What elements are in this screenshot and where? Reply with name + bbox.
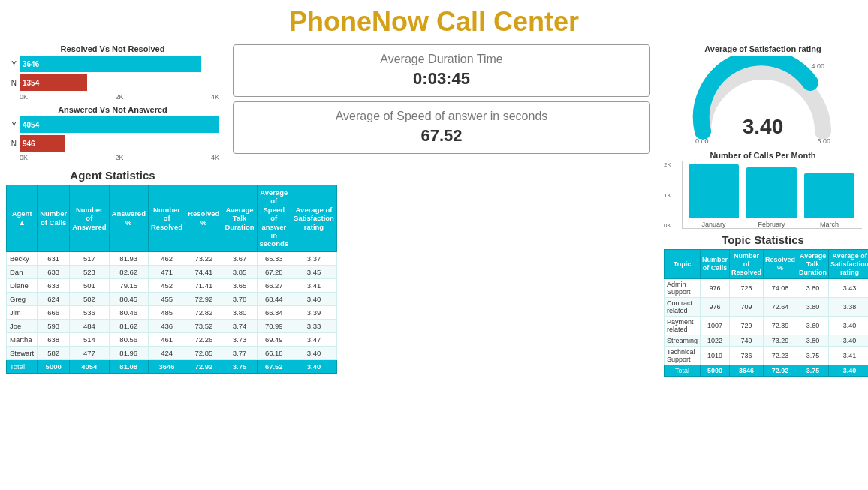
topic-cell: Payment related — [665, 317, 701, 335]
col-answered-pct: Answered % — [109, 185, 148, 252]
topic-total-row: Total5000364672.923.753.40 — [665, 365, 869, 377]
topic-total-cell: Total — [665, 365, 701, 377]
agent-cell: Greg — [7, 292, 38, 305]
topic-cell: 1022 — [701, 335, 730, 347]
topic-cell: 723 — [730, 279, 764, 298]
page-title: PhoneNow Call Center — [0, 0, 868, 41]
agent-cell: 80.45 — [109, 292, 148, 305]
agent-statistics-section: Agent Statistics Agent▲ Number of Calls … — [6, 169, 219, 374]
agent-cell: 455 — [148, 292, 185, 305]
agent-cell: Joe — [7, 319, 38, 332]
bar-january — [689, 164, 739, 218]
topic-total-cell: 3646 — [730, 365, 764, 377]
topic-cell: 3.43 — [829, 279, 868, 298]
topic-cell: Technical Support — [665, 347, 701, 365]
topic-cell: 72.23 — [764, 347, 797, 365]
answered-chart-title: Answered Vs Not Answered — [6, 105, 219, 114]
gauge-label-min: 0.00 — [695, 137, 709, 145]
agent-cell: Jim — [7, 305, 38, 319]
answered-chart: Answered Vs Not Answered Y 4054 N 946 0K… — [6, 105, 219, 161]
topic-col-topic: Topic — [665, 250, 701, 279]
topic-cell: 3.80 — [797, 335, 829, 347]
gauge-label-4: 4.00 — [811, 62, 824, 70]
col-num-answered: Number of Answered — [70, 185, 109, 252]
monthly-calls-title: Number of Calls Per Month — [664, 151, 862, 160]
agent-cell: 72.82 — [185, 305, 222, 319]
bar-label-n1: N — [6, 79, 17, 87]
bar-resolved-n: 1354 — [20, 74, 87, 91]
col-resolved-pct: Resolved % — [185, 185, 222, 252]
topic-cell: 3.40 — [829, 335, 868, 347]
topic-col-resolved-pct: Resolved % — [764, 250, 797, 279]
y-label-2k: 2K — [664, 161, 671, 168]
agent-cell: Dan — [7, 265, 38, 278]
bar-label-y2: Y — [6, 121, 17, 129]
agent-cell: 517 — [70, 251, 109, 265]
bar-answered-n: 946 — [20, 135, 65, 152]
agent-cell: 461 — [148, 332, 185, 346]
topic-cell: Contract related — [665, 298, 701, 317]
duration-value: 0:03:45 — [246, 69, 637, 89]
agent-cell: 536 — [70, 305, 109, 319]
agent-total-cell: Total — [7, 359, 38, 373]
agent-cell: 74.41 — [185, 265, 222, 278]
resolved-chart-title: Resolved Vs Not Resolved — [6, 44, 219, 53]
topic-total-cell: 3.40 — [829, 365, 868, 377]
agent-cell: Stewart — [7, 346, 38, 359]
left-column: Resolved Vs Not Resolved Y 3646 N 1354 0… — [0, 41, 225, 435]
agent-total-cell: 5000 — [38, 359, 70, 373]
topic-col-calls: Number of Calls — [701, 250, 730, 279]
col-agent: Agent▲ — [7, 185, 38, 252]
agent-total-cell: 81.08 — [109, 359, 148, 373]
bar-march — [804, 173, 854, 218]
topic-statistics-section: Topic Statistics Topic Number of Calls N… — [664, 233, 862, 432]
agent-cell: 73.52 — [185, 319, 222, 332]
agent-total-cell: 3646 — [148, 359, 185, 373]
agent-cell: 462 — [148, 251, 185, 265]
agent-cell: 633 — [38, 278, 70, 292]
agent-cell: 80.46 — [109, 305, 148, 319]
resolved-x-axis: 0K2K4K — [6, 93, 219, 101]
agent-total-cell: 72.92 — [185, 359, 222, 373]
month-mar: March — [804, 173, 854, 228]
agent-cell: Martha — [7, 332, 38, 346]
topic-cell: 749 — [730, 335, 764, 347]
agent-cell: 424 — [148, 346, 185, 359]
agent-cell: 638 — [38, 332, 70, 346]
label-march: March — [820, 221, 839, 228]
agent-cell: 471 — [148, 265, 185, 278]
agent-cell: 666 — [38, 305, 70, 319]
agent-total-cell: 4054 — [70, 359, 109, 373]
bar-answered-y: 4054 — [20, 116, 219, 133]
speed-label: Average of Speed of answer in seconds — [246, 110, 637, 123]
topic-cell: 3.80 — [797, 279, 829, 298]
agent-cell: Diane — [7, 278, 38, 292]
topic-cell: 3.80 — [797, 298, 829, 317]
bar-february — [746, 167, 797, 218]
col-num-resolved: Number of Resolved — [148, 185, 185, 252]
speed-kpi: Average of Speed of answer in seconds 67… — [233, 101, 650, 154]
bar-resolved-y: 3646 — [20, 56, 201, 72]
agent-cell: 485 — [148, 305, 185, 319]
agent-cell: 631 — [38, 251, 70, 265]
topic-cell: 709 — [730, 298, 764, 317]
monthly-calls-section: Number of Calls Per Month 2K 1K 0K Janua… — [664, 151, 862, 229]
agent-cell: 633 — [38, 265, 70, 278]
topic-cell: 729 — [730, 317, 764, 335]
agent-cell: 71.41 — [185, 278, 222, 292]
agent-stats-title: Agent Statistics — [6, 169, 219, 182]
agent-cell: 80.56 — [109, 332, 148, 346]
topic-cell: 73.29 — [764, 335, 797, 347]
month-feb: February — [746, 167, 797, 228]
topic-col-sat: Average of Satisfaction rating — [829, 250, 868, 279]
agent-cell: 72.85 — [185, 346, 222, 359]
agent-cell: 477 — [70, 346, 109, 359]
resolved-chart: Resolved Vs Not Resolved Y 3646 N 1354 0… — [6, 44, 219, 101]
topic-cell: 3.75 — [797, 347, 829, 365]
speed-value: 67.52 — [246, 126, 637, 146]
col-num-calls: Number of Calls — [38, 185, 70, 252]
y-label-0k: 0K — [664, 222, 671, 229]
topic-row: Payment related100772972.393.603.40 — [665, 317, 869, 335]
topic-cell: 3.60 — [797, 317, 829, 335]
agent-cell: 82.62 — [109, 265, 148, 278]
